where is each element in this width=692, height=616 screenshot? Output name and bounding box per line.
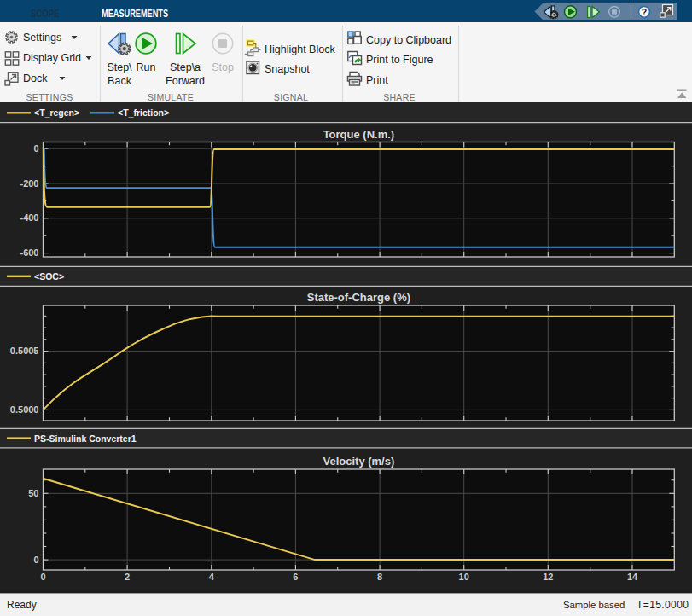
svg-text:State-of-Charge (%): State-of-Charge (%) [307, 291, 410, 304]
svg-text:PS-Simulink Converter1: PS-Simulink Converter1 [34, 433, 137, 444]
svg-text:2: 2 [125, 572, 130, 582]
svg-text:-400: -400 [20, 212, 38, 223]
svg-text:0: 0 [33, 555, 38, 565]
svg-text:-600: -600 [20, 247, 38, 258]
svg-text:0.5005: 0.5005 [10, 346, 39, 356]
svg-text:<SOC>: <SOC> [34, 271, 64, 282]
svg-text:12: 12 [543, 572, 553, 582]
svg-text:-200: -200 [20, 178, 38, 189]
svg-text:0: 0 [33, 143, 38, 154]
svg-text:Velocity (m/s): Velocity (m/s) [323, 455, 394, 468]
svg-text:0.5000: 0.5000 [10, 404, 39, 415]
svg-text:50: 50 [28, 488, 38, 498]
svg-text:<T_friction>: <T_friction> [118, 108, 169, 118]
svg-text:10: 10 [459, 572, 469, 582]
svg-text:8: 8 [377, 572, 382, 582]
svg-text:Torque (N.m.): Torque (N.m.) [323, 128, 395, 141]
svg-text:0: 0 [40, 572, 45, 582]
svg-text:4: 4 [209, 572, 215, 582]
svg-text:6: 6 [293, 572, 298, 582]
svg-text:<T_regen>: <T_regen> [34, 108, 79, 118]
svg-text:?: ? [642, 7, 647, 17]
svg-text:14: 14 [627, 572, 638, 582]
